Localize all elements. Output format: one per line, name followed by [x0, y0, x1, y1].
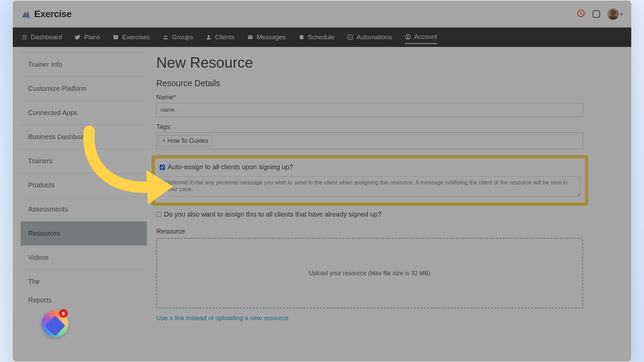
sidebar-item-resources[interactable]: Resources [21, 222, 147, 246]
nav-label: Account [414, 33, 437, 41]
svg-rect-5 [248, 36, 253, 39]
book-icon [299, 34, 305, 40]
tag-chip[interactable]: × How To Guides [159, 135, 212, 147]
nav-label: Dashboard [31, 34, 62, 41]
play-icon [113, 34, 119, 40]
nav-label: Schedule [308, 34, 334, 41]
sidebar-item-the[interactable]: The [21, 270, 147, 294]
nav-dashboard[interactable]: Dashboard [21, 31, 62, 44]
brand[interactable]: Exercise [21, 9, 71, 19]
svg-rect-6 [348, 35, 353, 40]
svg-point-4 [208, 35, 210, 37]
dropzone-text: Upload your resource (Max file size is 3… [309, 270, 430, 277]
section-title: Resource Details [156, 78, 618, 88]
nav-label: Exercises [122, 34, 150, 41]
sidebar-item-connected-apps[interactable]: Connected Apps [21, 101, 147, 125]
inbox-icon[interactable] [593, 10, 600, 18]
svg-point-8 [407, 36, 409, 37]
resource-label: Resource [156, 228, 618, 235]
sidebar-item-customize-platform[interactable]: Customize Platform [21, 77, 147, 101]
svg-point-3 [166, 36, 167, 37]
topbar: Exercise ▾ [13, 1, 631, 27]
highlighted-region: Auto-assign to all clients upon signing … [152, 155, 588, 206]
help-badge-count: 9 [59, 309, 68, 318]
sidebar-item-business-dashboard[interactable]: Business Dashboard [21, 125, 147, 149]
nav-label: Groups [172, 34, 193, 41]
nav-plans[interactable]: Plans [75, 31, 100, 44]
help-widget[interactable]: 9 [42, 310, 68, 337]
sidebar-item-trainers[interactable]: Trainers [21, 149, 147, 173]
tag-label: How To Guides [167, 137, 208, 144]
name-input[interactable] [156, 103, 583, 117]
sidebar-item-reports[interactable]: Reports [21, 294, 147, 312]
navbar: Dashboard Plans Exercises Groups Clients… [13, 27, 631, 47]
use-link-instead[interactable]: Use a link instead of uploading a new re… [156, 314, 288, 322]
sidebar-item-products[interactable]: Products [21, 173, 147, 197]
nav-automations[interactable]: Automations [347, 31, 392, 44]
assign-existing-label: Do you also want to assign this to all c… [164, 210, 381, 218]
sidebar-item-trainer-info[interactable]: Trainer Info [21, 52, 147, 77]
nav-clients[interactable]: Clients [206, 31, 234, 44]
sidebar: Trainer Info Customize Platform Connecte… [13, 47, 147, 361]
nav-exercises[interactable]: Exercises [113, 31, 150, 44]
auto-assign-checkbox[interactable] [160, 165, 165, 170]
nav-label: Automations [357, 34, 392, 41]
chevron-down-icon: ▾ [620, 11, 623, 17]
tags-label: Tags: [156, 123, 618, 130]
user-menu[interactable]: ▾ [607, 8, 623, 20]
main-content: New Resource Resource Details Name* Tags… [147, 47, 631, 361]
sidebar-item-assessments[interactable]: Assessments [21, 197, 147, 222]
page-title: New Resource [156, 54, 618, 71]
clock-icon[interactable] [577, 9, 585, 19]
nav-schedule[interactable]: Schedule [299, 31, 334, 44]
sidebar-item-videos[interactable]: Videos [21, 246, 147, 270]
avatar [607, 8, 619, 20]
brand-logo-icon [21, 9, 31, 19]
nav-groups[interactable]: Groups [163, 31, 193, 44]
group-icon [163, 34, 169, 40]
tags-input[interactable]: × How To Guides [156, 132, 583, 149]
nav-account[interactable]: Account [405, 31, 437, 44]
envelope-icon [247, 34, 253, 40]
name-label: Name* [156, 94, 618, 101]
account-icon [405, 34, 411, 40]
tag-remove-icon[interactable]: × [162, 138, 165, 144]
assign-existing-checkbox[interactable] [156, 212, 161, 217]
nav-label: Clients [215, 34, 234, 41]
user-icon [206, 34, 212, 40]
auto-assign-label: Auto-assign to all clients upon signing … [168, 163, 293, 171]
svg-point-2 [164, 36, 166, 37]
nav-label: Plans [84, 34, 100, 41]
nav-messages[interactable]: Messages [247, 31, 286, 44]
check-square-icon [347, 34, 353, 40]
brand-name: Exercise [34, 9, 71, 19]
twitter-icon [75, 34, 81, 40]
list-icon [21, 34, 28, 40]
personal-message-textarea[interactable] [160, 176, 580, 196]
upload-dropzone[interactable]: Upload your resource (Max file size is 3… [156, 238, 583, 308]
nav-label: Messages [257, 34, 286, 41]
